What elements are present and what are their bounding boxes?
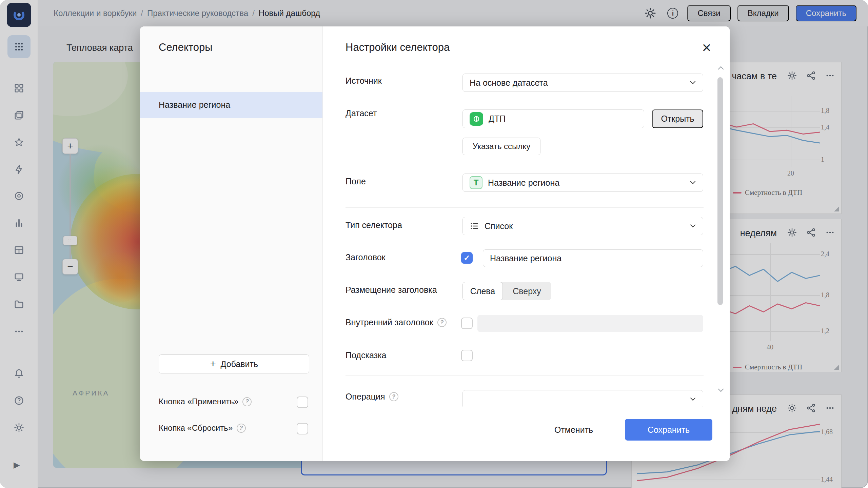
- selector-settings-panel: Настройки селектора × Источник На основе…: [323, 26, 730, 461]
- open-dataset-button[interactable]: Открыть: [652, 109, 703, 128]
- apply-button-checkbox[interactable]: [297, 396, 308, 408]
- scroll-up-icon[interactable]: [718, 66, 724, 72]
- plus-icon: [210, 359, 216, 369]
- selector-type-label: Тип селектора: [346, 220, 402, 230]
- reset-button-option-label: Кнопка «Сбросить»: [159, 423, 246, 433]
- chevron-down-icon: [690, 179, 696, 184]
- placement-option-top[interactable]: Сверху: [503, 282, 551, 300]
- cancel-button[interactable]: Отменить: [540, 419, 608, 441]
- apply-button-option-label: Кнопка «Применить»: [159, 397, 252, 406]
- hint-label: Подсказка: [346, 350, 386, 360]
- help-icon[interactable]: [237, 424, 246, 433]
- form-divider: [346, 207, 704, 208]
- hint-checkbox[interactable]: [461, 350, 473, 361]
- field-label: Поле: [346, 177, 366, 186]
- inner-title-input[interactable]: [477, 315, 703, 332]
- field-select[interactable]: T Название региона: [462, 174, 703, 192]
- operation-label: Операция: [346, 392, 398, 402]
- list-icon: [470, 221, 479, 231]
- title-checkbox[interactable]: [461, 252, 473, 264]
- field-type-icon: T: [470, 176, 482, 189]
- title-placement-label: Размещение заголовка: [346, 285, 437, 295]
- save-selector-button[interactable]: Сохранить: [625, 419, 712, 441]
- add-selector-button[interactable]: Добавить: [159, 354, 309, 373]
- source-label: Источник: [346, 76, 382, 86]
- inner-title-checkbox[interactable]: [461, 318, 473, 329]
- specify-link-button[interactable]: Указать ссылку: [462, 138, 540, 155]
- selector-settings-dialog: Селекторы Название региона Добавить Кноп…: [140, 26, 730, 461]
- selector-list-item-region[interactable]: Название региона: [140, 92, 322, 118]
- dataset-input[interactable]: ДТП: [462, 109, 644, 128]
- help-icon[interactable]: [242, 397, 252, 406]
- dialog-footer: Отменить Сохранить: [323, 407, 730, 461]
- close-icon[interactable]: ×: [698, 39, 715, 56]
- chevron-down-icon: [690, 222, 696, 228]
- placement-option-left[interactable]: Слева: [462, 282, 503, 300]
- title-placement-segmented: Слева Сверху: [462, 282, 551, 300]
- help-icon[interactable]: [389, 392, 398, 401]
- inner-title-label: Внутренний заголовок: [346, 318, 447, 327]
- help-icon[interactable]: [437, 318, 447, 327]
- selectors-panel-title: Селекторы: [159, 41, 212, 54]
- operation-select[interactable]: [462, 390, 703, 408]
- chevron-down-icon: [690, 395, 696, 401]
- scrollbar-thumb[interactable]: [717, 77, 723, 305]
- dataset-label: Датасет: [346, 108, 377, 118]
- selectors-list-panel: Селекторы Название региона Добавить Кноп…: [140, 26, 323, 461]
- chevron-down-icon: [690, 79, 696, 84]
- form-divider: [346, 375, 704, 376]
- panel-divider: [140, 382, 323, 382]
- settings-panel-title: Настройки селектора: [346, 41, 450, 54]
- dataset-icon: [470, 112, 483, 126]
- source-select[interactable]: На основе датасета: [462, 74, 703, 92]
- selector-type-select[interactable]: Список: [462, 217, 703, 235]
- reset-button-checkbox[interactable]: [297, 423, 308, 434]
- title-label: Заголовок: [346, 252, 386, 262]
- scroll-down-icon[interactable]: [718, 386, 724, 392]
- app-window: ▶ Коллекции и воркбуки / Практические ру…: [0, 0, 868, 488]
- title-input[interactable]: Название региона: [483, 249, 703, 267]
